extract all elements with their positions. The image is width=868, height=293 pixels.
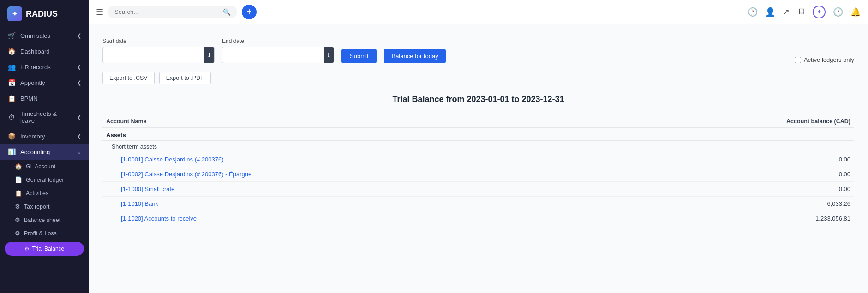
sidebar-item-inventory[interactable]: 📦 Inventory ❮ xyxy=(0,128,89,144)
logo-text: RADIUS xyxy=(26,9,58,19)
start-date-label: Start date xyxy=(102,38,215,44)
sidebar-item-label: Accounting xyxy=(20,149,50,155)
search-bar[interactable]: 🔍 xyxy=(108,6,237,18)
topbar: ☰ 🔍 + 🕐 👤 ↗ 🖥 ✦ 🕐 🔔 xyxy=(89,0,868,24)
activities-icon: 📋 xyxy=(15,190,22,197)
sidebar-sub-balance-sheet[interactable]: ⚙ Balance sheet xyxy=(0,213,89,227)
tax-report-icon: ⚙ xyxy=(15,203,20,210)
account-link[interactable]: [1-1020] Accounts to receive xyxy=(121,215,197,222)
assets-label: Assets xyxy=(106,132,126,138)
account-link[interactable]: [1-0001] Caisse Desjardins (# 200376) xyxy=(121,156,224,163)
col-account-balance: Account balance (CAD) xyxy=(786,118,850,125)
active-ledgers-text: Active ledgers only xyxy=(804,56,854,63)
account-link[interactable]: [1-1010] Bank xyxy=(121,200,158,207)
monitor-icon[interactable]: 🖥 xyxy=(797,7,805,17)
sidebar-sub-tax-report[interactable]: ⚙ Tax report xyxy=(0,200,89,213)
account-link[interactable]: [1-0002] Caisse Desjardins (# 200376) - … xyxy=(121,171,251,178)
sidebar-item-omni-sales[interactable]: 🛒 Omni sales ❮ xyxy=(0,28,89,43)
sidebar-sub-profit-loss[interactable]: ⚙ Profit & Loss xyxy=(0,227,89,240)
end-date-info-icon[interactable]: ℹ xyxy=(324,47,334,63)
timesheets-icon: ⏱ xyxy=(7,114,16,121)
sidebar-sub-activities[interactable]: 📋 Activities xyxy=(0,186,89,200)
add-button[interactable]: + xyxy=(242,5,257,19)
balance-sheet-icon: ⚙ xyxy=(15,216,20,223)
submit-button[interactable]: Submit xyxy=(341,49,377,63)
chevron-icon: ⌄ xyxy=(77,149,81,155)
sidebar-item-bpmn[interactable]: 📋 BPMN xyxy=(0,90,89,106)
bpmn-icon: 📋 xyxy=(7,95,16,102)
main-panel: ☰ 🔍 + 🕐 👤 ↗ 🖥 ✦ 🕐 🔔 Start date ℹ xyxy=(89,0,868,293)
search-input[interactable] xyxy=(114,8,219,15)
sidebar-item-timesheets[interactable]: ⏱ Timesheets & leave ❮ xyxy=(0,106,89,128)
date-form-row: Start date ℹ End date ℹ Submit Balance f… xyxy=(102,38,854,63)
omni-sales-icon: 🛒 xyxy=(7,32,16,39)
account-name: [1-1020] Accounts to receive xyxy=(121,215,197,222)
logo-icon: ✦ xyxy=(7,6,22,21)
sidebar-sub-general-ledger[interactable]: 📄 General ledger xyxy=(0,173,89,186)
sub-item-label: General ledger xyxy=(26,177,64,183)
end-date-input[interactable] xyxy=(222,48,324,62)
content-area: Start date ℹ End date ℹ Submit Balance f… xyxy=(89,24,868,293)
sidebar-item-label: BPMN xyxy=(20,95,38,102)
bell-icon[interactable]: 🔔 xyxy=(850,7,861,17)
account-name: [1-1010] Bank xyxy=(121,200,158,207)
end-date-label: End date xyxy=(222,38,334,44)
chevron-icon: ❮ xyxy=(77,64,81,70)
sidebar-sub-gl-account[interactable]: 🏠 GL Account xyxy=(0,160,89,173)
short-term-label: Short term assets xyxy=(112,144,157,150)
account-amount: 0.00 xyxy=(839,185,850,192)
report-title: Trial Balance from 2023-01-01 to 2023-12… xyxy=(102,95,854,104)
sidebar: ✦ RADIUS 🛒 Omni sales ❮ 🏠 Dashboard 👥 HR… xyxy=(0,0,89,293)
export-csv-button[interactable]: Export to .CSV xyxy=(102,72,155,84)
start-date-group: Start date ℹ xyxy=(102,38,215,63)
topbar-right: 🕐 👤 ↗ 🖥 ✦ 🕐 🔔 xyxy=(748,6,861,18)
table-row: [1-1020] Accounts to receive 1,233,056.8… xyxy=(102,211,854,226)
start-date-info-icon[interactable]: ℹ xyxy=(204,47,214,63)
active-ledgers-label: Active ledgers only xyxy=(795,56,854,63)
inventory-icon: 📦 xyxy=(7,132,16,140)
table-row: [1-0002] Caisse Desjardins (# 200376) - … xyxy=(102,167,854,182)
end-date-input-wrap: ℹ xyxy=(222,47,334,63)
dashboard-icon: 🏠 xyxy=(7,48,16,55)
active-ledgers-checkbox[interactable] xyxy=(795,57,801,63)
profit-loss-icon: ⚙ xyxy=(15,230,20,237)
export-row: Export to .CSV Export to .PDF xyxy=(102,72,854,84)
section-assets: Assets xyxy=(102,128,854,141)
sub-section-short-term: Short term assets xyxy=(102,141,854,152)
general-ledger-icon: 📄 xyxy=(15,176,22,183)
trial-balance-icon: ⚙ xyxy=(24,245,30,252)
gl-account-icon: 🏠 xyxy=(15,163,22,170)
clock-icon[interactable]: 🕐 xyxy=(833,7,843,17)
sidebar-item-hr-records[interactable]: 👥 HR records ❮ xyxy=(0,59,89,75)
balance-today-button[interactable]: Balance for today xyxy=(384,49,445,63)
appointly-icon: 📅 xyxy=(7,79,16,86)
sidebar-item-appointly[interactable]: 📅 Appointly ❮ xyxy=(0,75,89,90)
export-pdf-button[interactable]: Export to .PDF xyxy=(159,72,211,84)
account-amount: 0.00 xyxy=(839,171,850,178)
account-amount: 0.00 xyxy=(839,156,850,163)
sidebar-item-accounting[interactable]: 📊 Accounting ⌄ xyxy=(0,144,89,160)
sub-item-label: Profit & Loss xyxy=(24,230,57,237)
end-date-group: End date ℹ xyxy=(222,38,334,63)
user-check-icon[interactable]: 👤 xyxy=(765,7,775,17)
sub-item-label: GL Account xyxy=(26,163,55,170)
share-icon[interactable]: ↗ xyxy=(783,7,790,17)
sub-item-label: Tax report xyxy=(24,203,50,210)
account-name: [1-0001] Caisse Desjardins (# 200376) xyxy=(121,156,224,163)
account-link[interactable]: [1-1000] Small crate xyxy=(121,185,174,192)
account-amount: 6,033.26 xyxy=(827,200,850,207)
chevron-icon: ❮ xyxy=(77,80,81,86)
sidebar-item-dashboard[interactable]: 🏠 Dashboard xyxy=(0,43,89,59)
trial-balance-button[interactable]: ⚙ Trial Balance xyxy=(5,242,84,256)
compass-icon[interactable]: ✦ xyxy=(813,6,826,18)
start-date-input[interactable] xyxy=(103,48,204,62)
table-row: [1-1010] Bank 6,033.26 xyxy=(102,197,854,211)
sidebar-item-label: Appointly xyxy=(20,79,45,86)
chevron-icon: ❮ xyxy=(77,133,81,139)
sidebar-item-label: Inventory xyxy=(20,133,45,140)
menu-icon[interactable]: ☰ xyxy=(96,7,103,17)
chevron-icon: ❮ xyxy=(77,114,81,120)
sidebar-item-label: Omni sales xyxy=(20,32,50,39)
accounting-icon: 📊 xyxy=(7,148,16,155)
history-icon[interactable]: 🕐 xyxy=(748,7,758,17)
